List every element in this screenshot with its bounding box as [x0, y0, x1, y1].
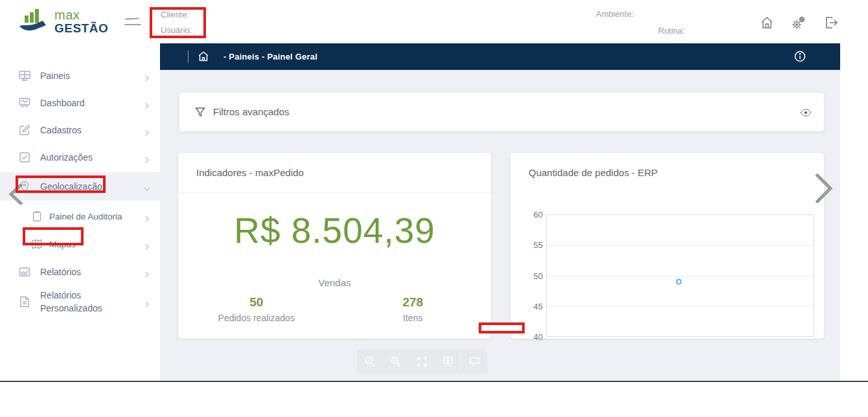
dashboard-icon — [18, 96, 31, 109]
quantidade-pedidos-card: Quantidade de pedidos - ERP 6055504540 — [510, 153, 824, 339]
sidebar-item-cadastros[interactable]: Cadastros — [0, 117, 160, 144]
data-point — [676, 278, 681, 284]
y-axis-tick-label: 45 — [534, 302, 543, 311]
app-window: max GESTÃO Cliente: Usuário: Ambiente: R… — [0, 0, 868, 417]
vendas-total-value: R$ 8.504,39 — [178, 210, 491, 251]
top-header: max GESTÃO Cliente: Usuário: Ambiente: R… — [0, 0, 840, 43]
annotation-box-cliente-usuario — [150, 7, 206, 38]
settings-gears-icon[interactable] — [791, 15, 806, 30]
breadcrumb-divider — [188, 51, 188, 63]
y-axis-tick-label: 50 — [534, 271, 543, 281]
gridline — [547, 245, 814, 246]
gridline — [547, 276, 814, 276]
sidebar-item-label: Paineis — [40, 71, 70, 81]
sidebar-item-label: Dashboard — [40, 98, 85, 108]
rotina-label: Rotina: — [658, 26, 685, 36]
check-square-icon — [18, 151, 31, 164]
home-icon[interactable] — [759, 15, 775, 30]
logo-text-max: max — [54, 8, 108, 21]
card-divider — [178, 192, 491, 193]
breadcrumb-home-icon[interactable] — [197, 50, 210, 63]
chevron-down-icon — [144, 183, 150, 190]
stat-label: Pedidos realizados — [178, 313, 335, 323]
chevron-right-icon — [144, 73, 150, 79]
card-title: Indicadores - maxPedido — [196, 167, 304, 178]
stat-value: 50 — [178, 295, 335, 310]
chevron-right-icon — [144, 241, 150, 247]
sidebar-item-paineis[interactable]: Paineis — [0, 62, 160, 89]
advanced-filters-panel[interactable]: Filtros avançados — [179, 93, 824, 131]
panels-icon — [18, 69, 31, 82]
chevron-right-icon — [144, 154, 150, 161]
sidebar-item-label: Painel de Auditoria — [49, 212, 122, 221]
chart-plot-area — [546, 214, 814, 337]
filter-funnel-icon — [194, 106, 206, 118]
chevron-right-icon — [144, 299, 150, 305]
map-toolbar — [357, 349, 487, 374]
report-chart-icon — [18, 265, 31, 278]
fullscreen-button[interactable] — [409, 349, 435, 374]
sidebar-item-label: Relatórios — [40, 267, 81, 277]
indicadores-maxpedido-card: Indicadores - maxPedido R$ 8.504,39 Vend… — [178, 153, 491, 339]
logo-text-gestao: GESTÃO — [54, 22, 108, 34]
sidebar-nav: Paineis Dashboard Cadastros Autorizações — [0, 43, 160, 381]
sidebar-item-dashboard[interactable]: Dashboard — [0, 89, 160, 117]
zoom-in-button[interactable] — [383, 349, 409, 374]
sidebar-item-label: Relatórios Personalizados — [40, 289, 118, 315]
annotation-box-mapas — [23, 227, 84, 245]
sidebar-item-autorizacoes[interactable]: Autorizações — [0, 144, 160, 171]
app-logo: max GESTÃO — [17, 5, 114, 38]
gridline — [547, 306, 814, 306]
breadcrumb: - Paineis - Painel Geral — [223, 52, 317, 62]
stat-pedidos: 50 Pedidos realizados — [178, 295, 335, 323]
chevron-right-icon — [144, 213, 150, 220]
chart-y-axis: 6055504540 — [522, 214, 543, 337]
zoom-out-button[interactable] — [357, 349, 383, 374]
card-title: Quantidade de pedidos - ERP — [529, 167, 657, 178]
eye-icon[interactable] — [799, 106, 812, 119]
vendas-label: Vendas — [178, 277, 491, 288]
sidebar-item-label: Cadastros — [40, 125, 82, 135]
logo-graphic — [17, 6, 51, 36]
breadcrumb-bar: - Paineis - Painel Geral — [160, 43, 840, 70]
y-axis-tick-label: 60 — [534, 210, 543, 220]
stat-itens: 278 Itens — [335, 295, 492, 323]
edit-icon — [18, 124, 31, 137]
logout-icon[interactable] — [823, 15, 839, 30]
presentation-button[interactable] — [435, 349, 461, 374]
sidebar-item-relatorios-personalizados[interactable]: Relatórios Personalizados — [0, 286, 160, 318]
chevron-right-icon — [144, 100, 150, 106]
info-icon[interactable] — [794, 50, 806, 63]
sidebar-item-relatorios[interactable]: Relatórios — [0, 258, 160, 286]
stats-row: 50 Pedidos realizados 278 Itens — [178, 295, 491, 323]
chevron-right-icon — [144, 269, 150, 275]
sidebar-item-painel-de-auditoria[interactable]: Painel de Auditoria — [0, 203, 160, 230]
bottom-rule — [0, 381, 868, 382]
y-axis-tick-label: 55 — [534, 241, 543, 251]
stat-value: 278 — [335, 295, 492, 310]
clipboard-icon — [31, 210, 43, 222]
y-axis-tick-label: 40 — [534, 332, 543, 342]
filters-title: Filtros avançados — [213, 106, 290, 117]
comment-button[interactable] — [461, 349, 487, 374]
annotation-box-geolocalizacao — [16, 175, 106, 193]
stat-label: Itens — [335, 313, 492, 323]
chevron-right-icon — [144, 127, 150, 133]
document-icon — [18, 295, 31, 308]
sidebar-item-label: Autorizações — [40, 152, 93, 163]
carousel-right-arrow-icon[interactable] — [815, 174, 833, 203]
menu-toggle-icon[interactable] — [124, 17, 143, 27]
annotation-box-bottom — [479, 322, 525, 333]
ambiente-label: Ambiente: — [596, 9, 634, 19]
